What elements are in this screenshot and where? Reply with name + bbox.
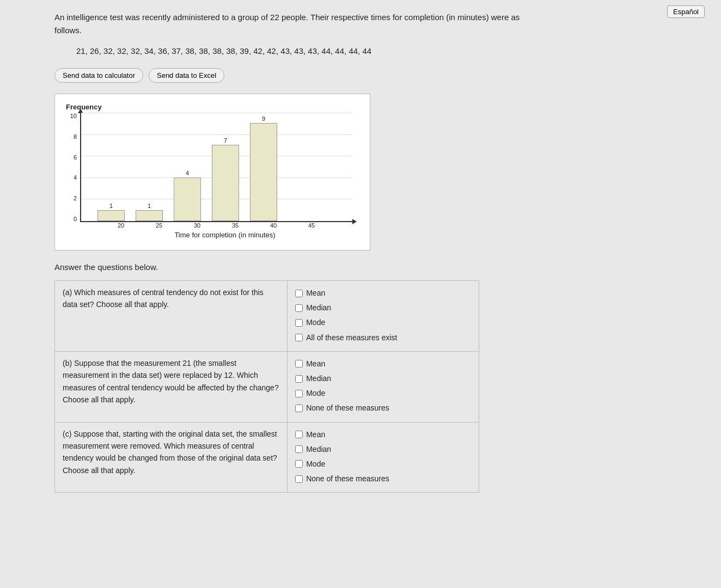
label-c-mean: Mean (306, 428, 325, 442)
option-c-none: None of these measures (295, 472, 471, 486)
x-label-35: 35 (216, 222, 254, 229)
question-a-text: (a) Which measures of central tendency d… (63, 288, 264, 309)
y-axis-labels: 0 2 4 6 8 10 (66, 113, 77, 222)
options-a-cell: Mean Median Mode All of these measures e… (288, 281, 479, 352)
label-b-mode: Mode (306, 387, 325, 400)
label-b-none: None of these measures (306, 401, 389, 415)
bar-5 (250, 123, 277, 221)
question-row-b: (b) Suppose that the measurement 21 (the… (55, 351, 479, 422)
chart-plot: 1 1 4 7 (80, 113, 352, 222)
bar-label-3: 4 (186, 170, 189, 176)
label-c-none: None of these measures (306, 472, 389, 486)
chart-area: 0 2 4 6 8 10 1 (66, 113, 359, 222)
label-b-mean: Mean (306, 357, 325, 371)
page-container: Español An intelligence test was recentl… (0, 0, 721, 588)
option-c-median: Median (295, 443, 471, 456)
bar-group-5: 9 (245, 115, 283, 221)
language-button[interactable]: Español (667, 5, 705, 18)
x-axis-title: Time for completion (in minutes) (91, 231, 359, 239)
question-row-a: (a) Which measures of central tendency d… (55, 281, 479, 352)
question-c-cell: (c) Suppose that, starting with the orig… (55, 422, 288, 493)
y-axis-title: Frequency (66, 103, 359, 111)
x-label-25: 25 (140, 222, 178, 229)
bar-label-4: 7 (224, 137, 227, 144)
checkbox-c-median[interactable] (295, 445, 303, 453)
label-b-median: Median (306, 372, 331, 385)
checkbox-b-median[interactable] (295, 375, 303, 383)
checkbox-c-none[interactable] (295, 475, 303, 483)
option-a-median: Median (295, 301, 471, 315)
bar-2 (136, 210, 163, 221)
option-b-median: Median (295, 372, 471, 385)
bar-label-1: 1 (109, 203, 113, 209)
y-label-2: 2 (66, 195, 77, 201)
bar-1 (97, 210, 125, 221)
bar-group-4: 7 (206, 137, 245, 221)
problem-intro: An intelligence test was recently admini… (54, 11, 545, 37)
x-label-20: 20 (102, 222, 140, 229)
bar-group-3: 4 (168, 170, 206, 221)
label-c-median: Median (306, 443, 331, 456)
data-values: 21, 26, 32, 32, 32, 34, 36, 37, 38, 38, … (76, 44, 688, 58)
question-c-text: (c) Suppose that, starting with the orig… (63, 430, 277, 475)
x-axis-labels: 20 25 30 35 40 45 (91, 222, 363, 229)
questions-table: (a) Which measures of central tendency d… (54, 280, 479, 493)
checkbox-c-mean[interactable] (295, 431, 303, 438)
send-to-excel-button[interactable]: Send data to Excel (149, 68, 224, 83)
option-a-mean: Mean (295, 286, 471, 300)
label-a-median: Median (306, 301, 331, 315)
y-label-4: 4 (66, 175, 77, 181)
send-to-calculator-button[interactable]: Send data to calculator (54, 68, 143, 83)
y-label-0: 0 (66, 216, 77, 222)
options-b-cell: Mean Median Mode None of these measures (288, 351, 479, 422)
option-c-mean: Mean (295, 428, 471, 442)
y-label-6: 6 (66, 155, 77, 161)
option-b-mode: Mode (295, 387, 471, 400)
button-row: Send data to calculator Send data to Exc… (54, 68, 688, 83)
bar-label-5: 9 (262, 115, 265, 122)
option-c-mode: Mode (295, 457, 471, 471)
bar-group-1: 1 (92, 203, 130, 221)
label-a-mean: Mean (306, 286, 325, 300)
answer-prompt: Answer the questions below. (54, 262, 688, 272)
bars-wrapper: 1 1 4 7 (81, 113, 352, 221)
chart-container: Frequency 0 2 4 6 8 10 (54, 94, 370, 250)
bar-label-2: 1 (148, 203, 151, 209)
question-row-c: (c) Suppose that, starting with the orig… (55, 422, 479, 493)
question-b-text: (b) Suppose that the measurement 21 (the… (63, 359, 279, 404)
label-a-mode: Mode (306, 316, 325, 329)
label-c-mode: Mode (306, 457, 325, 471)
checkbox-c-mode[interactable] (295, 460, 303, 468)
bar-4 (212, 145, 239, 221)
checkbox-a-mean[interactable] (295, 290, 303, 297)
checkbox-b-mean[interactable] (295, 360, 303, 367)
checkbox-a-all[interactable] (295, 334, 303, 341)
option-a-mode: Mode (295, 316, 471, 329)
x-label-30: 30 (178, 222, 216, 229)
checkbox-a-median[interactable] (295, 304, 303, 312)
bar-3 (174, 177, 201, 221)
option-a-all: All of these measures exist (295, 331, 471, 345)
y-label-8: 8 (66, 134, 77, 140)
x-label-45: 45 (292, 222, 331, 229)
checkbox-b-mode[interactable] (295, 390, 303, 397)
question-a-cell: (a) Which measures of central tendency d… (55, 281, 288, 352)
option-b-none: None of these measures (295, 401, 471, 415)
checkbox-b-none[interactable] (295, 405, 303, 412)
label-a-all: All of these measures exist (306, 331, 397, 345)
bar-group-2: 1 (130, 203, 168, 221)
checkbox-a-mode[interactable] (295, 319, 303, 327)
options-c-cell: Mean Median Mode None of these measures (288, 422, 479, 493)
y-label-10: 10 (66, 113, 77, 119)
x-axis-arrow (352, 219, 357, 224)
question-b-cell: (b) Suppose that the measurement 21 (the… (55, 351, 288, 422)
option-b-mean: Mean (295, 357, 471, 371)
x-label-40: 40 (254, 222, 292, 229)
